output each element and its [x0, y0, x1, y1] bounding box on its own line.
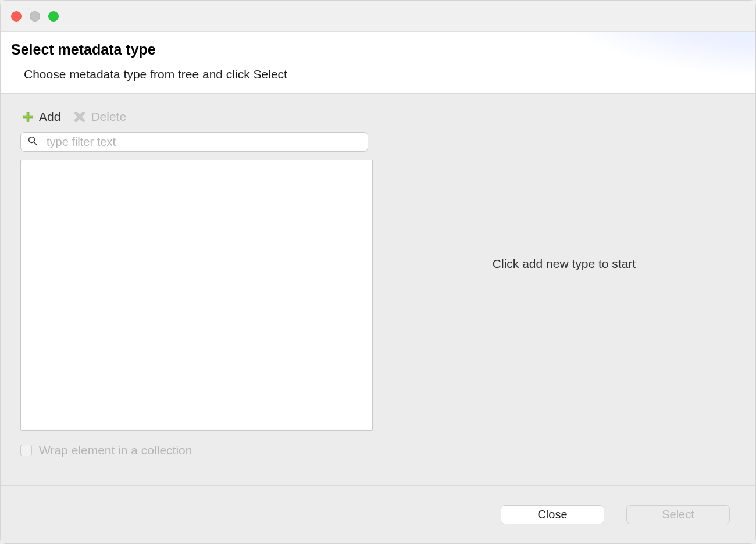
window-close-icon[interactable]	[11, 11, 22, 22]
filter-search	[20, 132, 368, 152]
page-subtitle: Choose metadata type from tree and click…	[11, 67, 745, 81]
window-maximize-icon[interactable]	[48, 11, 59, 22]
svg-line-1	[34, 142, 37, 145]
metadata-tree[interactable]	[20, 160, 373, 431]
add-button-label: Add	[39, 110, 60, 124]
wrap-checkbox[interactable]	[20, 445, 32, 456]
x-icon	[73, 110, 86, 123]
delete-button: Delete	[73, 110, 126, 124]
select-button: Select	[626, 505, 730, 524]
wrap-checkbox-row: Wrap element in a collection	[20, 443, 367, 457]
right-panel: Click add new type to start	[373, 110, 755, 485]
plus-icon	[22, 110, 34, 123]
header-area: Select metadata type Choose metadata typ…	[1, 32, 755, 94]
left-panel: Add Delete	[1, 110, 373, 485]
empty-state-hint: Click add new type to start	[493, 257, 636, 271]
delete-button-label: Delete	[91, 110, 126, 124]
window-minimize-icon[interactable]	[30, 11, 40, 22]
content-area: Add Delete	[1, 94, 755, 485]
search-icon	[27, 135, 38, 148]
footer-bar: Close Select	[1, 485, 755, 543]
page-title: Select metadata type	[11, 41, 745, 58]
dialog-window: Select metadata type Choose metadata typ…	[0, 0, 756, 544]
toolbar: Add Delete	[20, 110, 367, 132]
close-button[interactable]: Close	[501, 505, 604, 524]
add-button[interactable]: Add	[22, 110, 60, 124]
filter-input[interactable]	[20, 132, 368, 152]
wrap-checkbox-label: Wrap element in a collection	[39, 443, 192, 457]
titlebar[interactable]	[1, 1, 755, 32]
